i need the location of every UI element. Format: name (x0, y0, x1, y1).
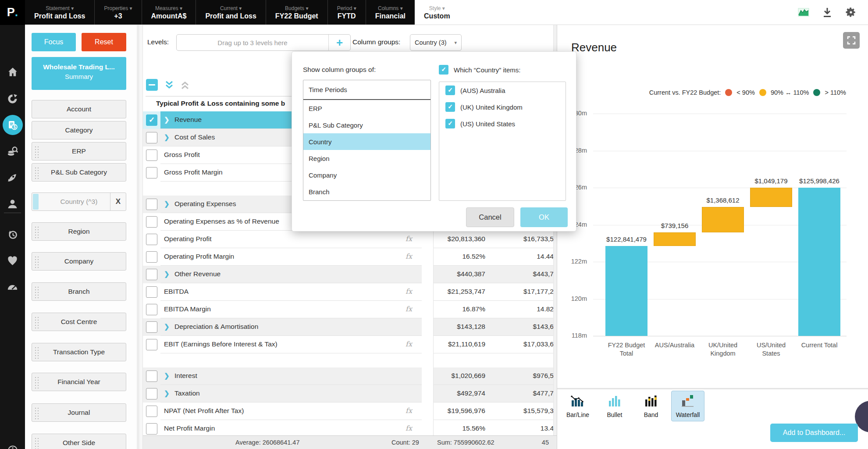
group-option[interactable]: Region (303, 150, 430, 167)
select-all-checkbox[interactable] (146, 79, 158, 91)
table-row[interactable]: ❯Other Revenue (143, 266, 422, 283)
menu-item-properties[interactable]: Properties ▾+3 (94, 0, 141, 25)
item-checkbox[interactable]: ✓ (445, 86, 455, 95)
table-value-row[interactable]: 15.56%13.4 (434, 420, 553, 438)
waterfall-bar[interactable] (605, 246, 647, 336)
row-checkbox[interactable]: ✓ (146, 114, 157, 126)
table-value-row[interactable]: $143,128$143,6 (434, 318, 553, 336)
menu-item-columns[interactable]: Columns ▾Financial (366, 0, 415, 25)
add-to-dashboard-button[interactable]: Add to Dashboard... (770, 424, 858, 442)
table-row[interactable]: EBITDAfx (143, 283, 422, 301)
table-value-row[interactable]: $492,974$477,7 (434, 385, 553, 403)
heart-icon[interactable] (6, 254, 19, 267)
menu-item-measures[interactable]: Measures ▾AmountA$ (142, 0, 196, 25)
summary-box[interactable]: Wholesale Trading L... Summary (32, 57, 126, 90)
dimension-account[interactable]: Account (32, 100, 126, 118)
row-checkbox[interactable] (146, 216, 157, 228)
expand-chevron-icon[interactable]: ❯ (164, 270, 170, 278)
row-checkbox[interactable] (146, 304, 157, 315)
table-row[interactable]: ❯Depreciation & Amortisation (143, 318, 422, 336)
chart-type-band[interactable]: Band (634, 391, 668, 421)
table-row[interactable]: ❯Taxation (143, 385, 422, 403)
row-checkbox[interactable] (146, 150, 157, 161)
table-value-row[interactable]: $1,020,669$976,5 (434, 367, 553, 385)
drag-handle-icon[interactable] (34, 316, 39, 328)
levels-dropzone[interactable]: Drag up to 3 levels here + (176, 34, 351, 51)
expand-chevron-icon[interactable]: ❯ (164, 200, 170, 208)
table-row[interactable]: EBIT (Earnings Before Interest & Tax)fx (143, 336, 422, 353)
chart-thumbnail-icon[interactable] (798, 7, 809, 18)
row-checkbox[interactable] (146, 321, 157, 333)
table-row[interactable]: ❯Interest (143, 367, 422, 385)
left-panel-scrollbar[interactable] (137, 25, 139, 449)
table-row[interactable]: EBITDA Marginfx (143, 301, 422, 318)
drag-handle-icon[interactable] (34, 167, 39, 179)
row-checkbox[interactable] (146, 286, 157, 298)
menu-item-statement[interactable]: Statement ▾Profit and Loss (25, 0, 94, 25)
menu-item-period[interactable]: Period ▾FYTD (327, 0, 366, 25)
dimension-country-3-[interactable]: Country (^3)X (32, 192, 126, 211)
row-checkbox[interactable] (146, 234, 157, 245)
drag-handle-icon[interactable] (34, 437, 39, 449)
row-checkbox[interactable] (146, 132, 157, 143)
chart-type-bar-line[interactable]: Bar/Line (561, 391, 594, 421)
waterfall-bar[interactable] (798, 188, 840, 336)
group-option[interactable]: Country (303, 133, 430, 150)
dimension-erp[interactable]: ERP (32, 142, 126, 160)
chart-type-waterfall[interactable]: Waterfall (671, 391, 704, 421)
dimension-region[interactable]: Region (32, 222, 126, 241)
expand-chevron-icon[interactable]: ❯ (164, 372, 170, 380)
row-checkbox[interactable] (146, 371, 157, 382)
drag-handle-icon[interactable] (34, 226, 39, 238)
add-level-button[interactable]: + (328, 35, 350, 50)
table-row[interactable]: NPAT (Net Profit After Tax)fx (143, 403, 422, 420)
reset-button[interactable]: Reset (82, 33, 126, 51)
dimension-financial-year[interactable]: Financial Year (32, 373, 126, 391)
drag-handle-icon[interactable] (34, 286, 39, 298)
cancel-button[interactable]: Cancel (466, 207, 514, 227)
user-icon[interactable] (6, 197, 19, 210)
expand-chevron-icon[interactable]: ❯ (164, 116, 170, 124)
items-header-checkbox[interactable]: ✓ (439, 65, 448, 75)
row-checkbox[interactable] (146, 199, 157, 210)
group-option[interactable]: Company (303, 167, 430, 183)
menu-item-current[interactable]: Current ▾Profit and Loss (196, 0, 265, 25)
row-checkbox[interactable] (146, 423, 157, 435)
group-option[interactable]: Time Periods (303, 80, 430, 100)
ok-button[interactable]: OK (520, 207, 568, 227)
group-option[interactable]: ERP (303, 100, 430, 117)
statements-icon[interactable]: $ (6, 118, 19, 132)
waterfall-bar[interactable] (750, 188, 792, 207)
row-checkbox[interactable] (146, 167, 157, 178)
row-checkbox[interactable] (146, 339, 157, 350)
info-icon[interactable] (6, 444, 19, 449)
group-option[interactable]: Branch (303, 183, 430, 200)
collapse-all-icon[interactable] (180, 80, 190, 92)
dimension-transaction-type[interactable]: Transaction Type (32, 343, 126, 361)
focus-button[interactable]: Focus (32, 33, 76, 51)
donut-icon[interactable] (6, 92, 19, 105)
country-item[interactable]: ✓(US) United States (439, 115, 566, 132)
table-value-row[interactable]: $19,596,976$15,579,3 (434, 403, 553, 420)
table-row[interactable]: Operating Profit Marginfx (143, 248, 422, 266)
menu-item-style[interactable]: Style ▾Custom (415, 0, 459, 25)
waterfall-bar[interactable] (702, 207, 744, 232)
table-value-row[interactable]: 16.52%14.44 (434, 248, 553, 266)
item-checkbox[interactable]: ✓ (445, 119, 455, 128)
row-checkbox[interactable] (146, 388, 157, 399)
country-item[interactable]: ✓(AUS) Australia (439, 82, 566, 99)
dimension-cost-centre[interactable]: Cost Centre (32, 313, 126, 331)
table-row[interactable]: Operating Profitfx (143, 231, 422, 248)
drag-handle-icon[interactable] (34, 346, 39, 359)
gauge-icon[interactable] (6, 280, 19, 293)
country-item[interactable]: ✓(UK) United Kingdom (439, 99, 566, 115)
group-option[interactable]: P&L Sub Category (303, 117, 430, 133)
rocket-icon[interactable] (6, 171, 19, 184)
dimension-p-l-sub-category[interactable]: P&L Sub Category (32, 163, 126, 182)
item-checkbox[interactable]: ✓ (445, 102, 455, 112)
waterfall-bar[interactable] (654, 232, 696, 246)
table-value-row[interactable]: 16.87%14.82 (434, 301, 553, 318)
dimension-category[interactable]: Category (32, 121, 126, 139)
coins-icon[interactable] (6, 145, 19, 158)
history-icon[interactable] (6, 228, 19, 241)
